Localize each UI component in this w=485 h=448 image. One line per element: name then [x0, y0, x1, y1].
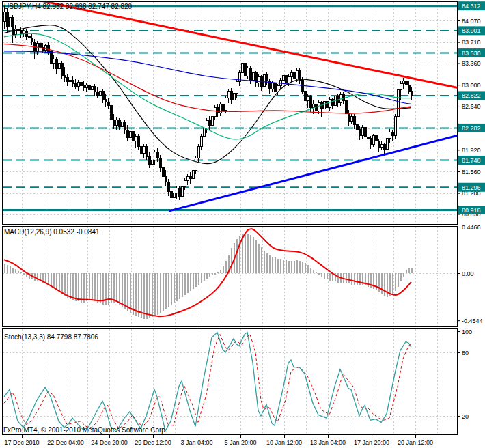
bull-candle [402, 81, 404, 83]
bear-candle [375, 135, 377, 141]
bull-candle [181, 186, 183, 196]
bear-candle [118, 120, 120, 127]
bull-candle [115, 120, 117, 125]
bull-candle [173, 193, 175, 198]
bull-candle [197, 146, 199, 158]
bear-candle [370, 139, 372, 145]
time-axis-label: 3 Jan 04:00 [180, 439, 212, 446]
bull-candle [9, 18, 11, 27]
bull-candle [400, 83, 402, 89]
trendlines[interactable] [38, 0, 458, 211]
chart-canvas[interactable]: 84.07083.71083.36083.00082.64081.92081.5… [0, 0, 485, 448]
bear-candle [159, 158, 161, 168]
bear-candle [293, 73, 295, 79]
bull-candle [121, 122, 123, 127]
bear-candle [326, 102, 328, 108]
bull-candle [296, 71, 298, 79]
bull-candle [203, 128, 205, 137]
bear-candle [217, 108, 219, 113]
bear-candle [170, 192, 172, 198]
bear-candle [156, 152, 158, 158]
bear-candle [126, 130, 128, 137]
bull-candle [206, 120, 208, 128]
bear-candle [47, 45, 49, 52]
bull-candle [389, 132, 391, 139]
bull-candle [233, 94, 235, 100]
stoch-axis-label: 20 [462, 413, 469, 420]
bear-candle [80, 83, 82, 85]
bear-candle [94, 87, 96, 92]
bear-candle [74, 83, 77, 86]
bear-candle [378, 141, 380, 148]
bull-candle [247, 68, 249, 76]
price-axis-label: 83.360 [462, 60, 481, 67]
price-axis-label: 83.710 [462, 39, 481, 46]
bull-candle [312, 104, 314, 107]
stoch-label: Stoch(13,3,3) 84.7798 87.7806 [4, 333, 98, 341]
bull-candle [192, 170, 194, 178]
time-axis-label: 13 Jan 04:00 [310, 439, 346, 446]
bull-candle [85, 85, 87, 87]
price-axis-label: 81.560 [462, 169, 481, 176]
bear-candle [309, 97, 311, 108]
bear-candle [107, 102, 109, 105]
time-axis-label: 24 Dec 20:00 [91, 439, 128, 446]
bear-candle [391, 132, 393, 135]
price-level-badge-text: 83.530 [462, 50, 481, 57]
bear-candle [222, 104, 224, 110]
bull-candle [263, 74, 265, 87]
bull-candle [14, 29, 16, 34]
bear-candle [367, 137, 369, 139]
bear-candle [20, 31, 22, 33]
bull-candle [77, 83, 79, 87]
price-axis-label: 84.070 [462, 18, 481, 25]
macd-signal-line [4, 229, 411, 316]
bull-candle [184, 180, 186, 186]
bull-candle [361, 128, 363, 135]
bull-candle [252, 73, 254, 81]
bull-candle [318, 103, 320, 111]
bull-candle [186, 176, 189, 180]
price-level-badge-text: 80.918 [462, 207, 481, 214]
bull-candle [380, 144, 383, 147]
grid-lines [3, 2, 458, 434]
bull-candle [3, 12, 5, 22]
bear-candle [285, 75, 287, 83]
price-axis: 84.07083.71083.36083.00082.64081.92081.5… [458, 1, 485, 419]
bear-candle [356, 124, 358, 129]
bear-candle [208, 120, 210, 125]
bear-candle [66, 78, 68, 82]
bear-candle [96, 92, 98, 95]
bear-candle [140, 146, 142, 154]
macd-axis-label: -0.4544 [462, 318, 483, 324]
macd-panel-series [4, 229, 412, 319]
price-level-badge-text: 84.312 [462, 3, 481, 10]
price-level-badge-text: 81.748 [462, 157, 481, 164]
bear-candle [244, 64, 246, 76]
bull-candle [129, 132, 131, 138]
panel-borders [3, 0, 458, 435]
support-resistance-levels[interactable] [3, 6, 458, 210]
bull-candle [44, 45, 46, 50]
price-axis-label: 83.000 [462, 82, 481, 89]
bear-candle [304, 91, 306, 101]
time-axis[interactable]: 17 Dec 201022 Dec 04:0024 Dec 20:0029 De… [4, 435, 433, 446]
bull-candle [143, 146, 145, 154]
bear-candle [61, 64, 63, 76]
bull-candle [176, 188, 178, 193]
time-axis-label: 17 Jan 20:00 [354, 439, 389, 446]
price-axis-label: 81.920 [462, 147, 481, 154]
bear-candle [148, 157, 150, 165]
bear-candle [405, 81, 407, 85]
bull-candle [397, 89, 399, 116]
bull-candle [58, 64, 60, 69]
bear-candle [124, 122, 126, 130]
bear-candle [345, 101, 347, 113]
price-level-badge-text: 82.282 [462, 125, 481, 132]
bull-candle [241, 64, 243, 73]
price-level-badge-text: 83.901 [462, 27, 481, 34]
bear-candle [55, 59, 57, 68]
bear-candle [411, 91, 413, 96]
bear-candle [353, 116, 355, 124]
bull-candle [99, 91, 101, 95]
